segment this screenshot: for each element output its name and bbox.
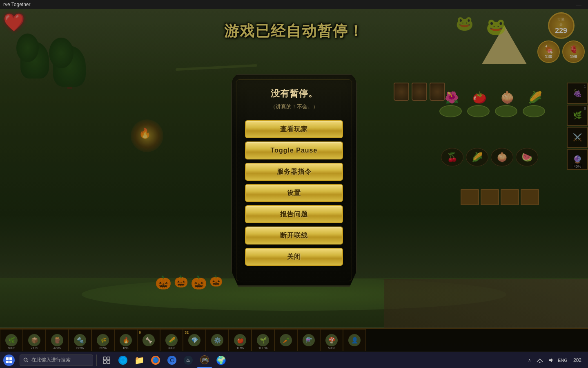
start-button[interactable] [0,352,18,368]
app3-button[interactable]: 🔵 [148,352,163,368]
svg-rect-9 [107,361,110,364]
windows-logo [3,355,15,366]
settings-button[interactable]: 设置 [245,184,343,202]
view-players-button[interactable]: 查看玩家 [245,120,343,138]
game-area: 🐸 🐸 🌺 🍅 🧅 🌽 🔥 [0,9,588,352]
pause-title: 没有暂停。 [271,88,318,100]
svg-line-5 [27,361,29,362]
task-view-button[interactable] [99,352,114,368]
svg-rect-0 [6,357,9,360]
svg-rect-3 [9,361,12,363]
toggle-pause-button[interactable]: Toggle Pause [245,141,343,159]
network-icon[interactable] [536,356,544,364]
search-icon [23,357,29,363]
taskbar-right: ∧ ENG 202 [526,356,588,364]
taskbar-search[interactable]: 在此键入进行搜索 [20,355,93,366]
tray-chevron[interactable]: ∧ [526,358,532,362]
edge-button[interactable]: 🌐 [115,352,131,368]
file-explorer-button[interactable]: 📁 [131,352,147,368]
game-button[interactable]: 🎮 [197,352,212,368]
svg-rect-2 [6,361,9,363]
app4-button[interactable]: ⬡ [164,352,180,368]
pause-panel: 没有暂停。 （讲真的！不会。） 查看玩家 Toggle Pause 服务器指令 … [231,74,357,287]
taskbar: 在此键入进行搜索 🌐 📁 🔵 ⬡ ♨ 🎮 🌍 ∧ [0,352,588,368]
titlebar: rve Together — [0,0,588,9]
app7-button[interactable]: 🌍 [213,352,229,368]
report-issue-button[interactable]: 报告问题 [245,205,343,223]
server-command-button[interactable]: 服务器指令 [245,163,343,181]
svg-marker-11 [549,358,552,362]
disconnect-button[interactable]: 断开联线 [245,227,343,245]
pause-menu-overlay: 没有暂停。 （讲真的！不会。） 查看玩家 Toggle Pause 服务器指令 … [0,9,588,352]
svg-rect-6 [103,357,106,360]
svg-point-4 [24,358,27,361]
task-view-icon [103,357,110,364]
taskbar-separator [96,355,97,366]
search-placeholder: 在此键入进行搜索 [31,357,71,364]
close-button[interactable]: — [569,0,588,9]
close-menu-button[interactable]: 关闭 [245,248,343,266]
language-indicator[interactable]: ENG [559,356,567,364]
windows-icon [6,357,12,363]
sound-icon[interactable] [547,356,555,364]
svg-point-10 [539,361,540,363]
svg-rect-7 [107,357,110,360]
pause-subtitle: （讲真的！不会。） [270,103,318,110]
svg-rect-1 [9,357,12,360]
steam-button[interactable]: ♨ [180,352,196,368]
svg-rect-8 [103,361,106,364]
clock-area[interactable]: 202 [570,357,585,363]
window-title: rve Together [3,2,31,7]
